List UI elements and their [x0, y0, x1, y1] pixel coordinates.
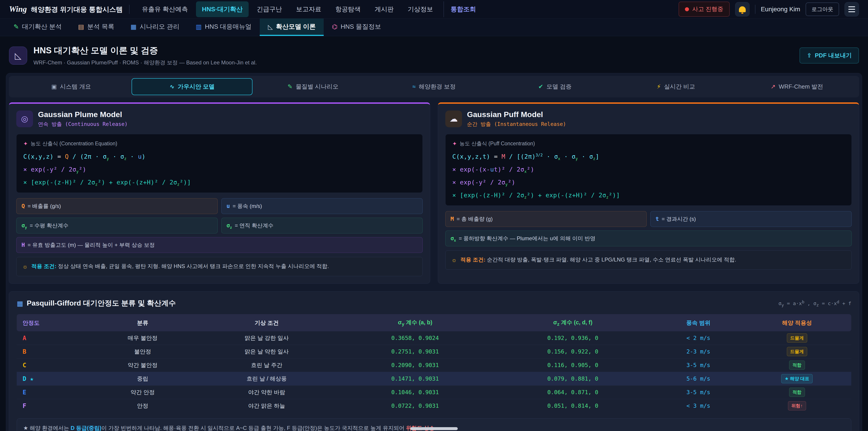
grade-cell: D ★ [17, 372, 91, 386]
tab-item[interactable]: ⚡실시간 비교 [616, 78, 737, 95]
puff-cloud-icon: ☁ [445, 111, 462, 127]
sigma-z-cell: 0.064, 0.871, 0 [492, 386, 654, 399]
tab-item[interactable]: ✎물질별 시나리오 [252, 78, 373, 95]
equation-line: C(x,y,z) = Q / (2π · σy · σz · u) [23, 153, 416, 160]
parameter-chip: σz= 연직 확산계수 [221, 218, 423, 234]
tab-active[interactable]: ∿가우시안 모델 [131, 78, 252, 95]
logout-button[interactable]: 로그아웃 [806, 2, 839, 16]
applicability-badge: 적합 [789, 361, 805, 370]
stability-row-C: C약간 불안정흐린 날 주간0.2090, 0.90310.116, 0.905… [17, 359, 851, 372]
stability-table: 안정도분류기상 조건σy 계수 (a, b)σz 계수 (c, d, f)풍속 … [17, 314, 851, 412]
topnav-item[interactable]: 기상정보 [402, 1, 439, 17]
menu-button[interactable] [844, 2, 859, 17]
table-column-header: 기상 조건 [195, 314, 339, 331]
parameter-symbol: u [226, 203, 230, 209]
subnav-item-label: HNS 물질정보 [341, 22, 381, 31]
gaussian-curve-icon: ∿ [169, 83, 175, 90]
parameter-symbol: Q [22, 203, 25, 209]
subnav-item[interactable]: ▥HNS 대응매뉴얼 [188, 19, 260, 36]
topnav-item[interactable]: 통합조회 [443, 1, 482, 17]
parameter-desc: = 연직 확산계수 [235, 222, 273, 228]
status-dot-icon [685, 7, 689, 11]
applicability-badge: 드물게 [787, 333, 807, 343]
tab-item[interactable]: ▣시스템 개요 [11, 78, 131, 95]
topnav-item[interactable]: 긴급구난 [251, 1, 288, 17]
sigma-y-cell: 0.2751, 0.9031 [339, 345, 492, 359]
applicability-cell: ★ 해양 대표 [743, 372, 851, 386]
topnav-right: 사고 진행중 Eunjeong Kim 로그아웃 [679, 2, 859, 17]
notifications-button[interactable] [735, 2, 749, 17]
weather-cell: 야간 맑은 하늘 [195, 399, 339, 413]
note-label: 적용 조건: [460, 256, 486, 263]
class-cell: 약간 안정 [91, 386, 195, 399]
bottom-gesture-bar [410, 427, 458, 430]
plume-title: Gaussian Plume Model [38, 110, 128, 119]
sigma-formula: σy = a·xb , σz = c·xd + f [778, 300, 851, 307]
parameter-chip: M= 총 배출량 (g) [445, 211, 647, 227]
tab-item[interactable]: ✔모델 검증 [495, 78, 616, 95]
topnav-item[interactable]: 유출유 확산예측 [136, 1, 194, 17]
stability-row-D: D ★중립흐린 날 / 해상풍0.1471, 0.90310.079, 0.88… [17, 372, 851, 386]
user-name: Eunjeong Kim [761, 6, 800, 13]
table-column-header: σy 계수 (a, b) [339, 314, 492, 331]
equation-line: × [exp(-(z-H)² / 2σz²) + exp(-(z+H)² / 2… [452, 192, 845, 199]
clipboard-icon: ▤ [78, 23, 84, 31]
triangle-ruler-icon: ◺ [268, 23, 273, 31]
table-title: ▦ Pasquill-Gifford 대기안정도 분류 및 확산계수 [17, 298, 176, 308]
subnav-item[interactable]: ⌬HNS 물질정보 [324, 19, 389, 36]
subnav-item[interactable]: ✎대기확산 분석 [5, 19, 70, 36]
subnav-item[interactable]: ◺확산모델 이론 [260, 19, 324, 36]
grade-cell: F [17, 399, 91, 413]
table-column-header: 안정도 [17, 314, 91, 331]
subnav-item[interactable]: ▦시나리오 관리 [123, 19, 188, 36]
topnav-item[interactable]: 게시판 [369, 1, 400, 17]
equation-line: × [exp(-(z-H)² / 2σz²) + exp(-(z+H)² / 2… [23, 179, 416, 186]
parameter-chip: H= 유효 방출고도 (m) — 물리적 높이 + 부력 상승 보정 [16, 237, 423, 253]
parameter-symbol: σy [22, 222, 27, 229]
puff-subtitle: 순간 방출 (Instantaneous Release) [467, 121, 566, 128]
bell-icon [739, 6, 746, 12]
equation-line: C(x,y,z,t) = M / [(2π)3/2 · σx · σy · σz… [452, 153, 845, 160]
parameter-symbol: σz [226, 222, 232, 229]
table-column-header: 풍속 범위 [654, 314, 743, 331]
dna-icon: ⌬ [332, 23, 337, 31]
wind-cell: 3-5 m/s [654, 359, 743, 372]
topnav-items: 유출유 확산예측HNS·대기확산긴급구난보고자료항공탐색게시판기상정보통합조회 [136, 1, 482, 17]
applicability-cell: 위험↑ [743, 399, 851, 413]
equation-line: × exp(-y² / 2σy²) [452, 179, 845, 186]
divider [129, 5, 129, 14]
puff-parameters: M= 총 배출량 (g)t= 경과시간 (s)σx= 풍하방향 확산계수 — P… [445, 211, 852, 246]
parameter-desc: = 풍속 (m/s) [232, 203, 262, 209]
tab-label: 가우시안 모델 [178, 83, 215, 91]
weather-cell: 야간 약한 바람 [195, 386, 339, 399]
pin-icon: ✦ [452, 141, 457, 147]
parameter-chip: u= 풍속 (m/s) [221, 198, 423, 214]
divider [755, 5, 755, 14]
page-title: HNS 대기확산 모델 이론 및 검증 [33, 45, 257, 56]
sigma-z-cell: 0.079, 0.881, 0 [492, 372, 654, 386]
tab-item[interactable]: ↗WRF-Chem 발전 [737, 78, 857, 95]
top-navigation: Wing 해양환경 위기대응 통합시스템 유출유 확산예측HNS·대기확산긴급구… [0, 0, 868, 19]
topnav-item[interactable]: HNS·대기확산 [196, 1, 248, 17]
tab-label: 시스템 개요 [60, 83, 91, 91]
plume-equation-label: 농도 산출식 (Concentration Equation) [31, 140, 117, 147]
topnav-item[interactable]: 보고자료 [290, 1, 327, 17]
applicability-cell: 적합 [743, 386, 851, 399]
swirl-icon: ◎ [16, 111, 33, 127]
pdf-export-button[interactable]: ⇪ PDF 내보내기 [800, 48, 859, 63]
gaussian-puff-panel: ☁ Gaussian Puff Model 순간 방출 (Instantaneo… [438, 102, 859, 284]
grade-cell: E [17, 386, 91, 399]
tab-item[interactable]: ≈해양환경 보정 [373, 78, 494, 95]
class-cell: 중립 [91, 372, 195, 386]
wind-cell: < 2 m/s [654, 331, 743, 345]
pen-icon: ✎ [13, 23, 19, 31]
microscope-icon: ▣ [51, 83, 57, 90]
note-label: 적용 조건: [31, 263, 57, 269]
weather-cell: 흐린 날 / 해상풍 [195, 372, 339, 386]
topnav-item[interactable]: 항공탐색 [330, 1, 367, 17]
subnav-item[interactable]: ▤분석 목록 [70, 19, 122, 36]
sub-navigation: ✎대기확산 분석▤분석 목록▦시나리오 관리▥HNS 대응매뉴얼◺확산모델 이론… [0, 19, 868, 36]
grade-cell: C [17, 359, 91, 372]
incident-label: 사고 진행중 [692, 5, 723, 13]
puff-equation-block: ✦ 농도 산출식 (Puff Concentration) C(x,y,z,t)… [445, 134, 852, 206]
